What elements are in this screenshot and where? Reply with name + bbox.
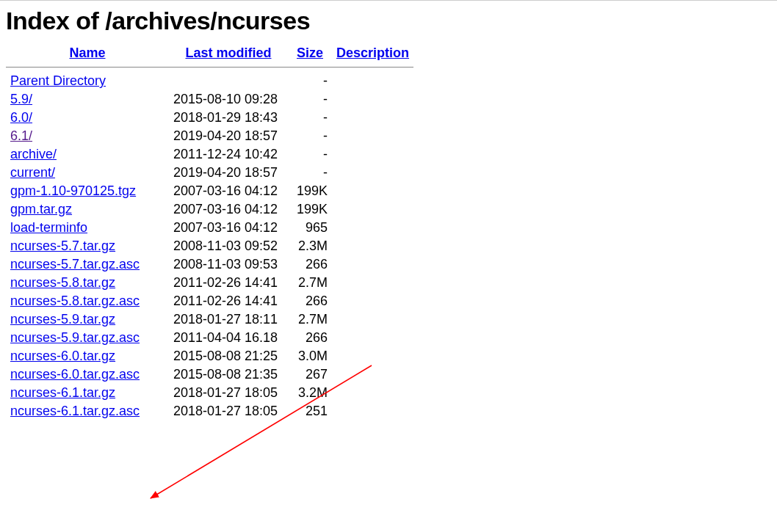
description [332,347,413,365]
last-modified: 2007-03-16 04:12 [169,200,288,219]
last-modified: 2018-01-29 18:43 [169,109,288,127]
last-modified: 2007-03-16 04:12 [169,219,288,237]
file-size: 2.3M [288,237,332,255]
sort-by-description[interactable]: Description [336,45,409,60]
file-size: 251 [288,402,332,420]
description [332,127,413,145]
table-row: load-terminfo2007-03-16 04:12965 [6,219,413,237]
description [332,402,413,420]
last-modified: 2018-01-27 18:05 [169,402,288,420]
description [332,292,413,310]
sort-by-name[interactable]: Name [69,45,105,60]
last-modified: 2018-01-27 18:11 [169,310,288,329]
file-size: - [288,164,332,182]
file-link[interactable]: load-terminfo [10,220,87,235]
file-size: 3.0M [288,347,332,365]
description [332,237,413,255]
description [332,255,413,274]
file-link[interactable]: Parent Directory [10,73,106,88]
file-link[interactable]: ncurses-6.0.tar.gz [10,349,115,363]
table-row: ncurses-5.8.tar.gz2011-02-26 14:412.7M [6,274,413,292]
file-link[interactable]: 5.9/ [10,92,32,106]
table-row: gpm-1.10-970125.tgz2007-03-16 04:12199K [6,182,413,200]
file-link[interactable]: ncurses-5.7.tar.gz [10,238,115,253]
description [332,72,413,90]
last-modified: 2008-11-03 09:53 [169,255,288,274]
description [332,164,413,182]
file-link[interactable]: ncurses-6.0.tar.gz.asc [10,367,140,382]
file-link[interactable]: ncurses-5.8.tar.gz.asc [10,294,140,308]
description [332,200,413,219]
description [332,274,413,292]
page-title: Index of /archives/ncurses [6,7,777,35]
table-row: 5.9/2015-08-10 09:28- [6,90,413,109]
last-modified [169,72,288,90]
description [332,384,413,402]
file-link[interactable]: ncurses-5.8.tar.gz [10,275,115,290]
description [332,109,413,127]
last-modified: 2015-08-08 21:35 [169,365,288,384]
last-modified: 2019-04-20 18:57 [169,164,288,182]
table-row: archive/2011-12-24 10:42- [6,145,413,164]
file-size: - [288,145,332,164]
file-size: - [288,109,332,127]
last-modified: 2015-08-08 21:25 [169,347,288,365]
file-size: - [288,90,332,109]
file-size: 266 [288,255,332,274]
sort-by-size[interactable]: Size [297,45,323,60]
file-size: 266 [288,292,332,310]
file-size: 267 [288,365,332,384]
table-row: ncurses-5.9.tar.gz2018-01-27 18:112.7M [6,310,413,329]
file-size: 965 [288,219,332,237]
directory-listing-table: Name Last modified Size Description Pare… [6,43,413,420]
file-size: 2.7M [288,310,332,329]
last-modified: 2007-03-16 04:12 [169,182,288,200]
table-row: ncurses-5.9.tar.gz.asc2011-04-04 16.1826… [6,329,413,347]
header-row: Name Last modified Size Description [6,43,413,65]
file-size: 199K [288,182,332,200]
description [332,310,413,329]
table-row: Parent Directory- [6,72,413,90]
table-row: ncurses-6.0.tar.gz.asc2015-08-08 21:3526… [6,365,413,384]
last-modified: 2011-02-26 14:41 [169,292,288,310]
file-link[interactable]: gpm.tar.gz [10,202,72,216]
description [332,90,413,109]
file-link[interactable]: ncurses-5.9.tar.gz [10,312,115,327]
file-link[interactable]: ncurses-6.1.tar.gz.asc [10,404,140,418]
file-size: - [288,127,332,145]
file-link[interactable]: ncurses-5.7.tar.gz.asc [10,257,140,272]
description [332,365,413,384]
description [332,145,413,164]
file-link[interactable]: current/ [10,165,55,180]
table-row: current/2019-04-20 18:57- [6,164,413,182]
table-row: ncurses-5.7.tar.gz2008-11-03 09:522.3M [6,237,413,255]
last-modified: 2011-04-04 16.18 [169,329,288,347]
file-link[interactable]: gpm-1.10-970125.tgz [10,183,136,198]
table-row: gpm.tar.gz2007-03-16 04:12199K [6,200,413,219]
file-size: 266 [288,329,332,347]
file-size: 199K [288,200,332,219]
description [332,182,413,200]
last-modified: 2018-01-27 18:05 [169,384,288,402]
last-modified: 2015-08-10 09:28 [169,90,288,109]
table-row: 6.0/2018-01-29 18:43- [6,109,413,127]
file-link[interactable]: archive/ [10,147,57,161]
description [332,329,413,347]
table-row: ncurses-5.7.tar.gz.asc2008-11-03 09:5326… [6,255,413,274]
file-link[interactable]: 6.0/ [10,110,32,125]
sort-by-modified[interactable]: Last modified [185,45,271,60]
table-row: ncurses-6.1.tar.gz.asc2018-01-27 18:0525… [6,402,413,420]
header-divider [6,65,413,72]
file-size: 3.2M [288,384,332,402]
last-modified: 2008-11-03 09:52 [169,237,288,255]
file-size: 2.7M [288,274,332,292]
table-row: 6.1/2019-04-20 18:57- [6,127,413,145]
file-size: - [288,72,332,90]
file-link[interactable]: 6.1/ [10,128,32,143]
file-link[interactable]: ncurses-6.1.tar.gz [10,385,115,400]
table-row: ncurses-6.0.tar.gz2015-08-08 21:253.0M [6,347,413,365]
last-modified: 2011-12-24 10:42 [169,145,288,164]
file-link[interactable]: ncurses-5.9.tar.gz.asc [10,330,140,345]
last-modified: 2011-02-26 14:41 [169,274,288,292]
last-modified: 2019-04-20 18:57 [169,127,288,145]
